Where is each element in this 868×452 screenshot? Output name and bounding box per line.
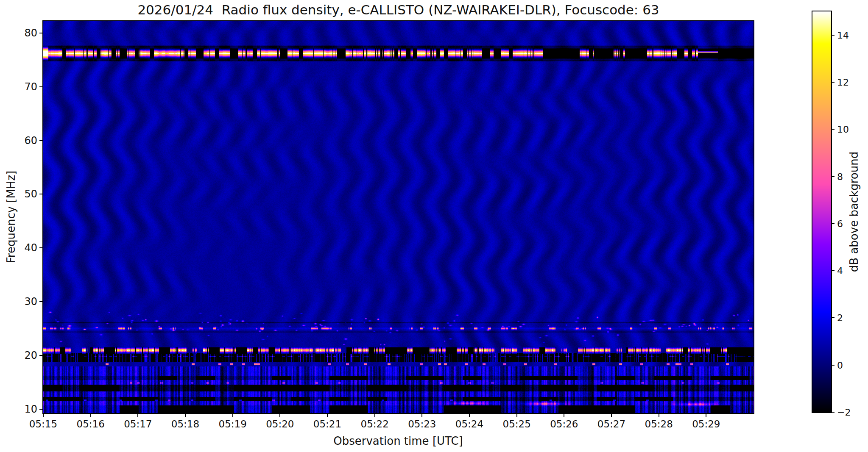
- colorbar-tick-mark: [831, 35, 835, 36]
- y-tick-mark: [39, 355, 43, 356]
- y-tick-label: 80: [24, 27, 37, 39]
- colorbar-tick-mark: [831, 270, 835, 271]
- y-tick-label: 40: [24, 242, 37, 254]
- x-tick-mark: [137, 413, 138, 417]
- x-axis-label: Observation time [UTC]: [333, 435, 463, 447]
- y-tick-mark: [39, 409, 43, 410]
- colorbar-gradient: [812, 11, 831, 412]
- colorbar-tick-label: 8: [837, 171, 843, 182]
- chart-title: 2026/01/24 Radio flux density, e-CALLIST…: [43, 2, 754, 17]
- x-tick-mark: [232, 413, 233, 417]
- y-axis-label: Frequency [MHz]: [5, 171, 17, 263]
- colorbar-tick-mark: [831, 412, 835, 413]
- x-tick-mark: [564, 413, 564, 417]
- y-tick-label: 30: [24, 296, 37, 308]
- x-tick-mark: [327, 413, 328, 417]
- x-tick-label: 05:27: [597, 419, 625, 430]
- colorbar-tick-label: 0: [837, 360, 843, 370]
- colorbar-tick-mark: [831, 365, 835, 366]
- x-tick-label: 05:24: [455, 419, 483, 430]
- spectrogram-figure: 2026/01/24 Radio flux density, e-CALLIST…: [0, 0, 868, 452]
- y-tick-label: 60: [24, 135, 37, 147]
- colorbar-tick-label: 14: [837, 30, 849, 40]
- colorbar-frame: [812, 11, 832, 413]
- y-tick-mark: [39, 33, 43, 33]
- x-tick-label: 05:18: [171, 419, 199, 430]
- y-tick-label: 70: [24, 81, 37, 93]
- colorbar-tick-label: 4: [837, 266, 843, 276]
- x-tick-label: 05:21: [313, 419, 341, 430]
- colorbar-tick-label: 2: [837, 313, 843, 323]
- colorbar-tick-mark: [831, 317, 835, 318]
- y-tick-mark: [39, 140, 43, 141]
- y-tick-mark: [39, 247, 43, 248]
- x-tick-mark: [43, 413, 44, 417]
- y-tick-mark: [39, 86, 43, 87]
- x-tick-mark: [659, 413, 659, 417]
- x-tick-mark: [185, 413, 186, 417]
- colorbar-tick-label: 6: [837, 218, 843, 229]
- y-tick-label: 50: [24, 188, 37, 200]
- x-tick-label: 05:26: [550, 419, 578, 430]
- x-tick-mark: [421, 413, 422, 417]
- x-tick-label: 05:23: [408, 419, 436, 430]
- y-tick-label: 10: [24, 403, 37, 415]
- x-tick-label: 05:25: [503, 419, 531, 430]
- x-tick-label: 05:17: [124, 419, 152, 430]
- x-tick-mark: [469, 413, 470, 417]
- colorbar-tick-label: 10: [837, 124, 849, 135]
- x-tick-label: 05:20: [266, 419, 294, 430]
- x-tick-mark: [706, 413, 706, 417]
- x-tick-label: 05:29: [692, 419, 720, 430]
- x-tick-mark: [90, 413, 91, 417]
- x-tick-mark: [516, 413, 517, 417]
- y-tick-mark: [39, 194, 43, 194]
- x-tick-label: 05:16: [77, 419, 105, 430]
- colorbar-tick-mark: [831, 82, 835, 83]
- x-tick-label: 05:28: [645, 419, 673, 430]
- plot-frame: [42, 20, 754, 414]
- colorbar-tick-mark: [831, 223, 835, 224]
- x-tick-mark: [279, 413, 280, 417]
- x-tick-label: 05:19: [219, 419, 247, 430]
- colorbar-tick-mark: [831, 129, 835, 130]
- colorbar-tick-label: 12: [837, 77, 849, 87]
- spectrogram-heatmap: [43, 21, 754, 413]
- x-tick-mark: [611, 413, 612, 417]
- x-tick-label: 05:22: [361, 419, 389, 430]
- colorbar-tick-mark: [831, 176, 835, 177]
- y-tick-mark: [39, 301, 43, 302]
- y-tick-label: 20: [24, 349, 37, 361]
- colorbar-tick-label: −2: [837, 407, 851, 418]
- colorbar-label: dB above background: [848, 152, 860, 272]
- x-tick-label: 05:15: [29, 419, 57, 430]
- x-tick-mark: [374, 413, 375, 417]
